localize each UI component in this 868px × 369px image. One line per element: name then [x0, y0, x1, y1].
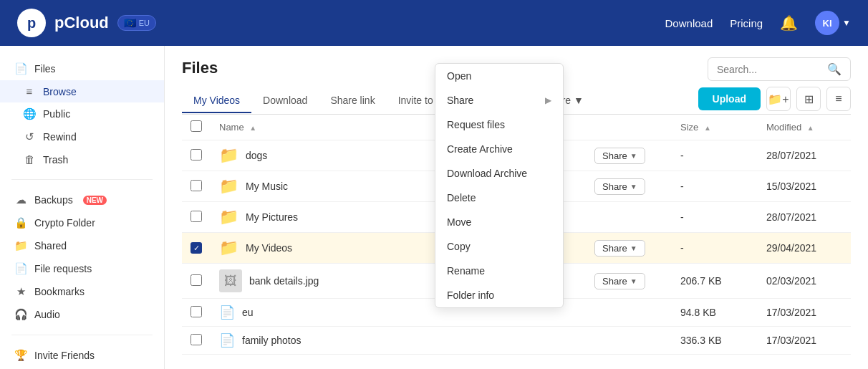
pricing-link[interactable]: Pricing [730, 17, 763, 29]
sidebar-item-bookmarks[interactable]: ★ Bookmarks [0, 280, 164, 303]
upload-button[interactable]: Upload [698, 87, 761, 110]
sidebar-audio-label: Audio [34, 309, 60, 320]
add-folder-button[interactable]: 📁+ [766, 87, 791, 111]
notifications-icon[interactable]: 🔔 [780, 14, 798, 32]
sidebar-item-trash[interactable]: 🗑 Trash [0, 148, 164, 171]
file-size: 206.7 KB [672, 264, 758, 299]
browse-icon: ≡ [23, 85, 36, 97]
sidebar-backups-label: Backups [34, 194, 73, 206]
context-menu-item-folder-info[interactable]: Folder info [435, 283, 563, 307]
file-name: bank details.jpg [249, 275, 319, 287]
more-chevron-icon: ▼ [574, 95, 584, 106]
file-name: dogs [246, 150, 267, 161]
sidebar-item-rewind[interactable]: ↺ Rewind [0, 125, 164, 148]
bookmarks-icon: ★ [14, 285, 27, 298]
sidebar-item-browse[interactable]: ≡ Browse [0, 80, 164, 102]
th-size[interactable]: Size ▲ [672, 115, 758, 140]
context-menu-item-request-files[interactable]: Request files [435, 112, 563, 137]
folder-icon: 📁 [219, 177, 238, 196]
context-menu-item-open[interactable]: Open [435, 64, 563, 88]
context-menu: OpenShare▶Request filesCreate ArchiveDow… [435, 63, 564, 308]
file-modified: 02/03/2021 [758, 264, 851, 299]
search-input[interactable] [717, 64, 821, 75]
user-menu[interactable]: KI ▼ [815, 11, 851, 35]
file-icon: 📄 [219, 332, 235, 348]
context-menu-item-move[interactable]: Move [435, 210, 563, 234]
new-badge: NEW [83, 196, 107, 205]
tab-share-link[interactable]: Share link [319, 89, 386, 113]
file-modified: 17/03/2021 [758, 327, 851, 355]
sidebar-trash-label: Trash [43, 154, 68, 166]
sidebar-item-invite-friends[interactable]: 🏆 Invite Friends [0, 344, 164, 367]
file-name: My Pictures [246, 211, 298, 223]
context-menu-label: Folder info [447, 289, 494, 301]
header: p pCloud 🇪🇺 EU Download Pricing 🔔 KI ▼ [0, 0, 868, 46]
share-button[interactable]: Share ▼ [594, 148, 645, 164]
search-icon: 🔍 [827, 62, 842, 76]
context-menu-item-delete[interactable]: Delete [435, 186, 563, 210]
context-menu-item-share[interactable]: Share▶ [435, 88, 563, 112]
th-modified[interactable]: Modified ▲ [758, 115, 851, 140]
header-left: p pCloud 🇪🇺 EU [17, 9, 156, 37]
row-checkbox[interactable] [191, 149, 202, 160]
context-menu-label: Copy [447, 241, 471, 252]
sidebar-item-shared[interactable]: 📁 Shared [0, 234, 164, 257]
logo-icon: p [17, 9, 46, 37]
row-checkbox[interactable] [191, 274, 202, 286]
grid-view-button[interactable]: ⊞ [796, 87, 821, 111]
submenu-arrow-icon: ▶ [545, 95, 551, 105]
row-checkbox[interactable] [191, 211, 202, 222]
download-link[interactable]: Download [665, 17, 713, 29]
backups-icon: ☁ [14, 193, 27, 206]
header-right: Download Pricing 🔔 KI ▼ [665, 11, 851, 35]
file-modified: 15/03/2021 [758, 171, 851, 202]
name-cell: 📄family photos [219, 332, 577, 348]
folder-icon: 📁 [219, 208, 238, 226]
context-menu-item-copy[interactable]: Copy [435, 234, 563, 259]
sidebar-browse-label: Browse [43, 86, 77, 97]
tab-download[interactable]: Download [251, 89, 319, 113]
context-menu-label: Create Archive [447, 143, 513, 155]
sidebar: 📄 Files ≡ Browse 🌐 Public ↺ Rewind 🗑 Tra… [0, 46, 165, 369]
file-modified: 28/07/2021 [758, 202, 851, 233]
context-menu-label: Share [447, 95, 473, 106]
user-chevron-icon: ▼ [842, 18, 851, 28]
sort-icon: ≡ [835, 92, 842, 105]
context-menu-item-rename[interactable]: Rename [435, 259, 563, 283]
row-checkbox[interactable]: ✓ [191, 242, 202, 254]
share-button[interactable]: Share ▼ [594, 178, 645, 195]
th-checkbox [182, 115, 211, 140]
file-modified: 17/03/2021 [758, 299, 851, 327]
table-row[interactable]: 📄family photos336.3 KB17/03/2021 [182, 327, 851, 355]
file-icon: 📄 [219, 305, 235, 320]
sidebar-invite-label: Invite Friends [34, 350, 95, 361]
grid-icon: ⊞ [804, 92, 814, 106]
row-checkbox[interactable] [191, 334, 202, 345]
audio-icon: 🎧 [14, 308, 27, 321]
sidebar-item-public[interactable]: 🌐 Public [0, 102, 164, 125]
sidebar-divider-2 [11, 335, 153, 335]
sidebar-item-crypto[interactable]: 🔒 Crypto Folder [0, 211, 164, 234]
context-menu-item-download-archive[interactable]: Download Archive [435, 161, 563, 186]
share-chevron-icon: ▼ [630, 244, 637, 252]
tab-my-videos[interactable]: My Videos [182, 89, 251, 113]
share-button[interactable]: Share ▼ [594, 273, 645, 289]
sidebar-files-label: Files [34, 63, 56, 75]
row-checkbox[interactable] [191, 306, 202, 317]
file-size: - [672, 202, 758, 233]
file-size: 336.3 KB [672, 327, 758, 355]
sidebar-item-audio[interactable]: 🎧 Audio [0, 303, 164, 326]
sort-button[interactable]: ≡ [826, 87, 851, 111]
select-all-checkbox[interactable] [191, 120, 202, 132]
sidebar-item-file-requests[interactable]: 📄 File requests [0, 257, 164, 280]
file-size: - [672, 233, 758, 264]
toolbar-right: Upload 📁+ ⊞ ≡ [698, 87, 851, 111]
sidebar-rewind-label: Rewind [43, 131, 77, 143]
file-size: - [672, 171, 758, 202]
row-checkbox[interactable] [191, 180, 202, 191]
search-box: 🔍 [708, 57, 851, 81]
sidebar-item-backups[interactable]: ☁ Backups NEW [0, 188, 164, 211]
sidebar-item-files[interactable]: 📄 Files [0, 57, 164, 80]
context-menu-item-create-archive[interactable]: Create Archive [435, 137, 563, 161]
share-button[interactable]: Share ▼ [594, 240, 645, 257]
